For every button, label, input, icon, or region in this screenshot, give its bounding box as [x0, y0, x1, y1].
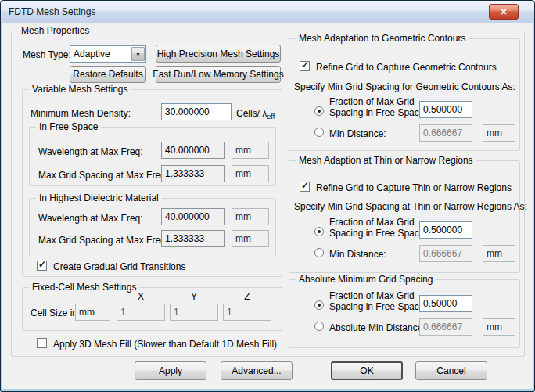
- cells-per-lambda-prefix: Cells/ λ: [236, 108, 267, 119]
- abs-fraction-label-line1: Fraction of Max Grid: [329, 290, 415, 301]
- abs-min-distance-label[interactable]: Absolute Min Distance:: [329, 322, 425, 333]
- thin-narrow-group-label: Mesh Adaption at Thin or Narrow Regions: [296, 155, 476, 166]
- hd-max-grid-unit: mm: [232, 230, 269, 247]
- hd-wavelength-value: 40.000000: [165, 211, 210, 222]
- checkmark-icon: ✓: [38, 259, 46, 270]
- cell-size-x-value: 1: [120, 307, 126, 318]
- abs-fraction-input[interactable]: 0.50000: [419, 295, 472, 312]
- cell-size-unit-text: mm: [79, 307, 95, 318]
- mesh-properties-group-label: Mesh Properties: [18, 25, 92, 36]
- hd-max-grid-label: Max Grid Spacing at Max Freq:: [38, 235, 168, 246]
- fs-wavelength-label: Wavelength at Max Freq:: [38, 146, 143, 157]
- fixed-cell-column-x: X: [117, 291, 165, 302]
- chevron-down-icon[interactable]: ▼: [131, 47, 145, 61]
- fs-wavelength-field: 40.000000: [161, 142, 225, 159]
- restore-defaults-button[interactable]: Restore Defaults: [70, 66, 146, 83]
- hd-wavelength-unit: mm: [232, 208, 269, 225]
- apply-button-label: Apply: [159, 365, 182, 376]
- apply-button[interactable]: Apply: [135, 361, 206, 380]
- tn-fraction-label[interactable]: Fraction of Max Grid Spacing in Free Spa…: [329, 217, 427, 239]
- fs-max-grid-value: 1.333333: [165, 168, 204, 179]
- tn-min-distance-label[interactable]: Min Distance:: [329, 249, 386, 260]
- apply-3d-mesh-fill-checkbox[interactable]: [37, 338, 47, 348]
- window-title: FDTD Mesh Settings: [9, 6, 95, 17]
- tn-refine-label[interactable]: Refine Grid to Capture Thin or Narrow Re…: [316, 182, 512, 193]
- restore-defaults-button-label: Restore Defaults: [73, 69, 142, 80]
- advanced-button-label: Advanced...: [232, 365, 281, 376]
- gc-min-distance-radio[interactable]: [314, 128, 324, 137]
- hd-wavelength-unit-text: mm: [235, 211, 251, 222]
- abs-min-distance-unit-text: mm: [487, 322, 502, 333]
- tn-refine-checkbox[interactable]: ✓: [300, 182, 310, 192]
- abs-fraction-radio[interactable]: [314, 300, 324, 310]
- tn-min-distance-unit-text: mm: [487, 248, 502, 259]
- cancel-button[interactable]: Cancel: [415, 361, 487, 380]
- minimum-mesh-density-label: Minimum Mesh Density:: [31, 108, 131, 119]
- abs-min-distance-value: 0.666667: [423, 322, 462, 333]
- gc-fraction-radio[interactable]: [314, 106, 324, 116]
- fs-wavelength-unit-text: mm: [235, 145, 251, 156]
- tn-fraction-input[interactable]: 0.500000: [419, 221, 472, 239]
- cancel-button-label: Cancel: [436, 365, 465, 376]
- ok-button[interactable]: OK: [331, 361, 403, 380]
- tn-min-distance-radio[interactable]: [314, 248, 324, 257]
- abs-fraction-label[interactable]: Fraction of Max Grid Spacing in Free Spa…: [329, 290, 427, 312]
- abs-min-distance-field: 0.666667: [419, 318, 472, 336]
- cell-size-z-value: 1: [227, 307, 232, 318]
- fs-max-grid-unit-text: mm: [235, 168, 251, 179]
- hd-wavelength-label: Wavelength at Max Freq:: [38, 213, 143, 224]
- mesh-type-label: Mesh Type:: [23, 49, 71, 60]
- gc-min-distance-unit-text: mm: [487, 128, 502, 138]
- tn-min-distance-field: 0.666667: [419, 245, 472, 262]
- abs-fraction-label-line2: Spacing in Free Space:: [329, 301, 427, 312]
- high-precision-button[interactable]: High Precision Mesh Settings: [156, 45, 281, 63]
- geometric-contours-group-label: Mesh Adaptation to Geometric Contours: [296, 33, 469, 44]
- ok-button-label: OK: [360, 365, 373, 376]
- titlebar[interactable]: FDTD Mesh Settings: [1, 1, 534, 23]
- cell-size-x-field: 1: [117, 304, 165, 321]
- advanced-button[interactable]: Advanced...: [221, 361, 293, 380]
- gc-fraction-label-line2: Spacing in Free Space:: [329, 107, 427, 118]
- gc-fraction-input[interactable]: 0.500000: [419, 101, 472, 118]
- gc-fraction-label[interactable]: Fraction of Max Grid Spacing in Free Spa…: [329, 96, 427, 118]
- cell-size-y-value: 1: [174, 307, 179, 318]
- tn-fraction-radio[interactable]: [314, 227, 324, 236]
- create-gradual-transitions-checkbox[interactable]: ✓: [37, 261, 47, 271]
- gc-refine-checkbox[interactable]: ✓: [300, 61, 310, 71]
- tn-min-distance-value: 0.666667: [423, 248, 462, 259]
- close-icon: ✕: [500, 7, 507, 17]
- gc-specify-label: Specify Min Grid Spacing for Geometric C…: [294, 81, 515, 92]
- gc-min-distance-label[interactable]: Min Distance:: [329, 128, 386, 139]
- gc-min-distance-field: 0.666667: [419, 124, 472, 142]
- tn-fraction-label-line1: Fraction of Max Grid: [329, 217, 415, 228]
- fast-run-button[interactable]: Fast Run/Low Memory Settings: [156, 66, 281, 83]
- minimum-mesh-density-input[interactable]: 30.000000: [161, 103, 232, 120]
- fs-wavelength-unit: mm: [232, 142, 269, 159]
- hd-max-grid-value: 1.333333: [165, 233, 204, 244]
- apply-3d-mesh-fill-label[interactable]: Apply 3D Mesh Fill (Slower than Default …: [53, 339, 277, 350]
- abs-min-distance-unit: mm: [483, 318, 515, 336]
- close-button[interactable]: ✕: [489, 4, 519, 20]
- cell-size-unit-field: mm: [75, 304, 110, 321]
- tn-fraction-value: 0.500000: [423, 225, 462, 236]
- hd-max-grid-field: 1.333333: [161, 230, 225, 247]
- tn-min-distance-unit: mm: [483, 245, 515, 262]
- mesh-type-dropdown[interactable]: Adaptive ▼: [70, 45, 146, 63]
- checkmark-icon: ✓: [301, 180, 309, 191]
- in-highest-dielectric-group-label: In Highest Dielectric Material: [36, 192, 162, 203]
- abs-min-distance-radio[interactable]: [314, 322, 324, 331]
- cell-size-in-label: Cell Size in: [31, 307, 77, 318]
- in-free-space-group-label: In Free Space: [36, 121, 101, 132]
- mesh-type-value: Adaptive: [70, 49, 131, 59]
- fs-max-grid-label: Max Grid Spacing at Max Freq:: [38, 170, 168, 181]
- absolute-minimum-group-label: Absolute Minimum Grid Spacing: [296, 274, 436, 285]
- abs-fraction-value: 0.50000: [423, 298, 457, 309]
- fixed-cell-column-z: Z: [223, 291, 271, 302]
- fixed-cell-column-y: Y: [170, 291, 218, 302]
- fs-max-grid-field: 1.333333: [161, 165, 225, 182]
- create-gradual-transitions-label[interactable]: Create Gradual Grid Transitions: [53, 261, 185, 272]
- gc-refine-label[interactable]: Refine Grid to Capture Geometric Contour…: [316, 62, 497, 73]
- fs-max-grid-unit: mm: [232, 165, 269, 182]
- gc-min-distance-value: 0.666667: [423, 128, 462, 138]
- high-precision-button-label: High Precision Mesh Settings: [157, 49, 280, 59]
